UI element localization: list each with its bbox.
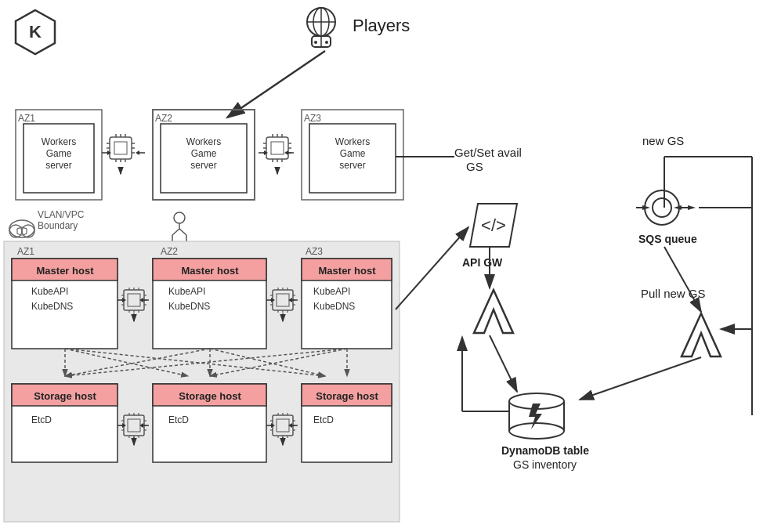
svg-marker-0 [16, 10, 55, 54]
svg-rect-135 [153, 259, 266, 349]
svg-text:Workers: Workers [42, 136, 76, 147]
svg-text:Game: Game [46, 148, 72, 159]
svg-text:EtcD: EtcD [313, 414, 334, 425]
svg-marker-219 [529, 404, 542, 429]
svg-rect-64 [302, 110, 403, 200]
svg-marker-213 [474, 290, 513, 333]
svg-text:new GS: new GS [642, 134, 684, 147]
svg-text:KubeAPI: KubeAPI [313, 286, 350, 297]
svg-rect-143 [153, 384, 266, 462]
players-label: Players [353, 16, 410, 35]
svg-text:Workers: Workers [335, 136, 370, 147]
svg-marker-201 [470, 204, 517, 247]
diagram-svg: K Players [0, 0, 763, 532]
svg-marker-130 [122, 423, 126, 428]
svg-text:Game: Game [191, 148, 217, 159]
svg-rect-147 [273, 290, 293, 310]
svg-text:Storage host: Storage host [316, 390, 378, 402]
svg-rect-93 [12, 384, 118, 406]
svg-point-204 [645, 190, 679, 225]
svg-rect-85 [12, 259, 118, 280]
svg-rect-92 [12, 384, 118, 462]
svg-text:AZ3: AZ3 [306, 246, 323, 257]
svg-text:AZ2: AZ2 [155, 113, 172, 124]
svg-marker-206 [642, 205, 650, 210]
svg-marker-37 [136, 150, 139, 155]
svg-text:AZ1: AZ1 [17, 246, 34, 257]
svg-line-191 [65, 349, 347, 376]
svg-text:GS inventory: GS inventory [513, 458, 577, 471]
svg-text:server: server [339, 160, 365, 171]
svg-text:K: K [29, 22, 42, 42]
svg-rect-16 [24, 124, 94, 193]
svg-marker-62 [284, 150, 288, 155]
svg-text:KubeAPI: KubeAPI [31, 286, 68, 297]
svg-rect-82 [4, 241, 400, 522]
svg-marker-113 [139, 298, 143, 302]
diagram-container: K Players [0, 0, 763, 532]
svg-text:API GW: API GW [462, 256, 503, 269]
svg-marker-35 [107, 150, 111, 155]
svg-line-90 [65, 349, 188, 376]
svg-rect-148 [277, 294, 289, 306]
svg-marker-60 [264, 150, 268, 155]
svg-line-232 [396, 227, 468, 309]
svg-text:server: server [190, 160, 216, 171]
svg-line-224 [664, 247, 701, 312]
svg-text:KubeAPI: KubeAPI [168, 286, 205, 297]
svg-marker-207 [674, 205, 682, 210]
svg-rect-66 [309, 124, 396, 193]
svg-text:SQS queue: SQS queue [638, 233, 697, 245]
svg-text:GS: GS [466, 160, 483, 173]
svg-text:DynamoDB table: DynamoDB table [501, 444, 589, 457]
svg-point-8 [314, 41, 317, 44]
svg-marker-214 [682, 313, 721, 356]
svg-point-76 [174, 212, 185, 223]
svg-line-140 [65, 349, 210, 376]
svg-line-10 [227, 51, 325, 118]
svg-rect-167 [277, 419, 289, 432]
svg-text:Master host: Master host [182, 265, 240, 277]
svg-point-72 [9, 225, 22, 237]
svg-marker-162 [271, 298, 275, 302]
svg-text:KubeDNS: KubeDNS [168, 301, 210, 312]
svg-text:AZ1: AZ1 [18, 113, 35, 124]
svg-rect-166 [273, 415, 293, 436]
svg-marker-181 [271, 423, 275, 428]
svg-rect-41 [161, 124, 247, 193]
svg-line-223 [490, 335, 517, 392]
svg-text:EtcD: EtcD [168, 414, 189, 425]
svg-rect-186 [302, 259, 392, 349]
svg-marker-164 [288, 298, 292, 302]
svg-text:</>: </> [481, 215, 506, 235]
svg-point-9 [325, 41, 328, 44]
svg-rect-187 [302, 259, 392, 280]
svg-rect-39 [153, 110, 255, 200]
svg-text:Game: Game [340, 148, 366, 159]
svg-rect-21 [114, 142, 127, 154]
svg-text:Workers: Workers [186, 136, 221, 147]
svg-rect-97 [128, 294, 140, 306]
svg-text:EtcD: EtcD [31, 414, 52, 425]
svg-rect-96 [124, 290, 144, 310]
svg-text:Master host: Master host [37, 265, 95, 277]
svg-point-73 [22, 225, 34, 237]
svg-line-192 [210, 349, 347, 376]
svg-text:VLAN/VPC: VLAN/VPC [38, 209, 85, 220]
svg-line-91 [65, 349, 325, 376]
svg-rect-194 [302, 384, 392, 462]
svg-point-3 [313, 8, 329, 36]
svg-text:Master host: Master host [319, 265, 377, 277]
svg-rect-6 [312, 36, 331, 47]
svg-point-2 [307, 8, 335, 36]
svg-rect-136 [153, 259, 266, 280]
svg-line-225 [580, 357, 701, 400]
svg-text:Pull new GS: Pull new GS [641, 287, 706, 300]
svg-rect-14 [16, 110, 102, 200]
svg-text:KubeDNS: KubeDNS [313, 301, 355, 312]
svg-rect-84 [12, 259, 118, 349]
svg-point-215 [509, 393, 564, 409]
svg-line-79 [179, 229, 186, 235]
svg-line-142 [210, 349, 325, 376]
svg-marker-132 [139, 423, 143, 428]
